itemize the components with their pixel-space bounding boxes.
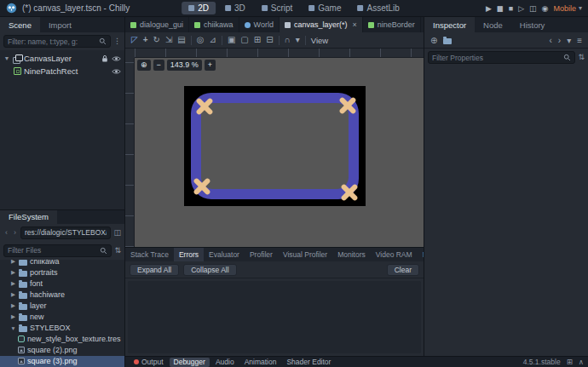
tab-node[interactable]: Node [475,17,511,32]
file-row[interactable]: ▶font [0,278,124,290]
filter-menu-icon[interactable]: ⇅ [578,54,585,61]
property-filter-input[interactable]: Filter Properties [428,51,575,64]
scene-tab-nineborder[interactable]: nineBorder [363,17,421,32]
clear-button[interactable]: Clear [387,264,419,276]
bottom-panel-shader-editor[interactable]: Shader Editor [282,358,335,367]
ruler-tool-icon[interactable]: ⊿ [210,36,216,44]
scale-tool-icon[interactable]: ⇲ [165,36,172,44]
expander-icon[interactable]: ▶ [10,280,16,287]
scene-tab-dialogue-gui[interactable]: dialogue_gui [125,17,189,32]
tab-history[interactable]: History [511,17,554,32]
expander-icon[interactable]: ▶ [10,269,16,276]
file-filter-input[interactable]: Filter Files [3,244,112,257]
tab-evaluator[interactable]: Evaluator [204,248,245,261]
pivot-tool-icon[interactable]: ◎ [197,36,205,44]
list-select-icon[interactable]: ▤ [177,36,185,44]
expand-bottom-panel-icon[interactable]: ∧ [579,358,584,366]
object-menu-icon[interactable]: ≡ [577,36,582,45]
workspace-2d[interactable]: 2D [182,2,216,14]
tab-profiler[interactable]: Profiler [245,248,278,261]
scene-tab-canvas-layer[interactable]: canvas_layer(*)× [280,17,363,32]
file-row[interactable]: ▼STYLEBOX [0,323,124,334]
tab-import[interactable]: Import [40,17,80,32]
collapse-all-button[interactable]: Collapse All [183,264,236,276]
toggle-split-mode-icon[interactable]: ◫ [113,229,121,237]
expander-icon[interactable]: ▶ [10,302,16,309]
nav-forward-icon[interactable]: › [12,228,18,237]
tab-monitors[interactable]: Monitors [332,248,371,261]
history-list-icon[interactable]: ▾ [567,36,571,45]
select-tool-icon[interactable]: ◸ [131,36,138,44]
scene-tab-chiikawa[interactable]: chiikawa [189,17,239,32]
layout-grid-icon[interactable]: ⊞ [567,358,573,366]
snap-icon[interactable]: ∩ [285,36,291,44]
tab-video-ram[interactable]: Video RAM [371,248,418,261]
history-back-icon[interactable]: ‹ [549,36,551,45]
zoom-out-button[interactable]: − [153,60,164,71]
scene-filter-input[interactable]: Filter: name, t:type, g: [3,35,111,48]
tree-row-ninepatchrect[interactable]: NinePatchRect [0,65,124,77]
tab-scene[interactable]: Scene [0,17,40,32]
file-row[interactable]: ▶portraits [0,267,124,278]
view-menu-button[interactable]: View [311,36,328,45]
nav-back-icon[interactable]: ‹ [3,228,9,237]
visibility-eye-icon[interactable] [112,68,121,75]
lock-icon[interactable] [101,54,108,63]
breadcrumb[interactable]: res://dialogic/STYLEBOX/squ [20,227,111,239]
bottom-panel-animation[interactable]: Animation [240,358,281,367]
tab-misc[interactable]: Misc [418,248,424,261]
bottom-panel-output[interactable]: Output [130,358,168,367]
visibility-eye-icon[interactable] [112,55,121,62]
play-custom-scene-button[interactable]: ◫ [529,4,535,13]
file-row[interactable]: new_style_box_texture.tres [0,334,124,345]
zoom-in-button[interactable]: + [205,60,216,71]
movie-maker-button[interactable]: ◉ [542,4,547,13]
stop-button[interactable]: ■ [509,4,511,13]
group-icon[interactable]: ⊞ [254,36,261,44]
tab-inspector[interactable]: Inspector [424,17,475,32]
scene-tab-world[interactable]: World [239,17,280,32]
workspace-assetlib[interactable]: AssetLib [351,2,406,14]
workspace-game[interactable]: Game [302,2,348,14]
file-sort-icon[interactable]: ⇅ [114,247,121,255]
tree-row-canvaslayer[interactable]: ▼ CanvasLayer [0,52,124,65]
expander-icon[interactable]: ▶ [10,313,16,320]
pause-button[interactable]: ▮▮ [497,4,502,13]
snap-options-icon[interactable]: ▾ [296,36,300,44]
file-row-selected[interactable]: square (3).png [0,356,124,367]
tab-visual-profiler[interactable]: Visual Profiler [278,248,332,261]
lock-object-icon[interactable]: ▣ [228,36,235,44]
expander-icon[interactable]: ▼ [3,55,10,61]
file-row[interactable]: ▶chiikawa [0,260,124,267]
bottom-panel-audio[interactable]: Audio [211,358,239,367]
expand-all-button[interactable]: Expand All [130,264,179,276]
expander-icon[interactable]: ▶ [10,291,16,298]
new-resource-icon[interactable]: ⊕ [430,36,437,45]
play-scene-button[interactable]: ▷ [518,4,522,13]
workspace-script[interactable]: Script [255,2,300,14]
tab-errors[interactable]: Errors [174,248,204,261]
file-row[interactable]: square (2).png [0,345,124,356]
renderer-dropdown[interactable]: Mobile▾ [553,4,582,13]
expander-icon[interactable]: ▶ [10,260,16,266]
unlock-object-icon[interactable]: ▢ [240,36,248,44]
2d-viewport[interactable]: ⊕ − 143.9 % + [125,49,424,247]
history-forward-icon[interactable]: › [558,36,561,45]
bottom-panel-debugger[interactable]: Debugger [170,358,210,367]
workspace-3d[interactable]: 3D [218,2,252,14]
file-row[interactable]: ▶hachiware [0,290,124,301]
tab-stack-trace[interactable]: Stack Trace [125,248,174,261]
rotate-tool-icon[interactable]: ↻ [153,36,160,44]
ninepatch-texture-preview[interactable] [184,86,366,206]
play-button[interactable]: ▶ [486,4,490,13]
close-icon[interactable]: × [352,20,356,29]
file-row[interactable]: ▶layer [0,301,124,312]
move-tool-icon[interactable]: + [143,36,148,44]
expander-icon[interactable]: ▼ [10,325,16,331]
filter-options-icon[interactable]: ⋮ [113,37,121,45]
tab-filesystem[interactable]: FileSystem [0,210,57,224]
center-view-icon[interactable]: ⊕ [137,60,151,71]
file-row[interactable]: ▶new [0,312,124,323]
load-resource-icon[interactable] [443,38,452,44]
ungroup-icon[interactable]: ⊟ [266,36,273,44]
